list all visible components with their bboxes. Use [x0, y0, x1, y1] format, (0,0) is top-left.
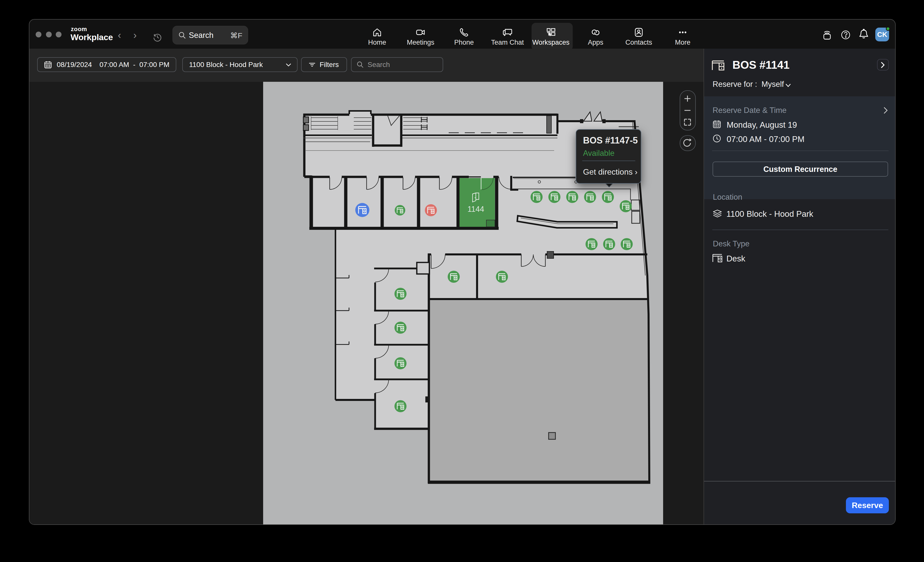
svg-text:1144: 1144: [468, 205, 484, 214]
